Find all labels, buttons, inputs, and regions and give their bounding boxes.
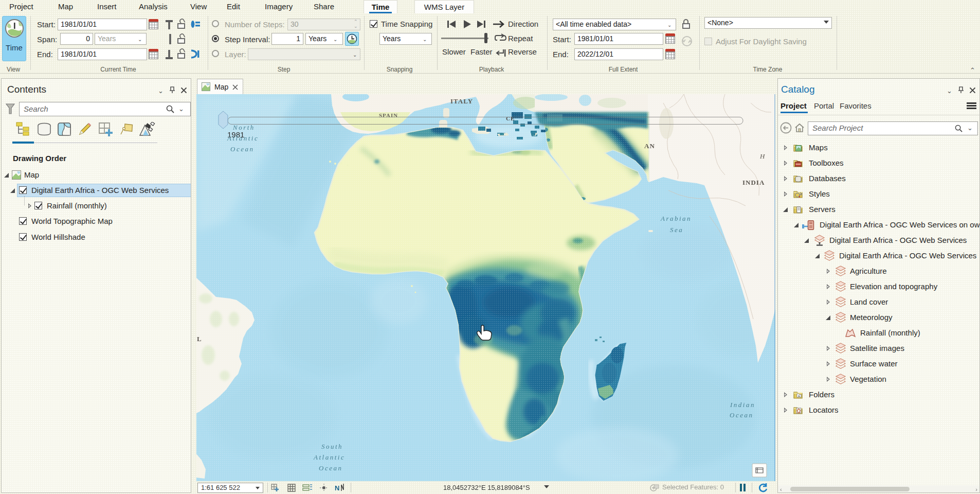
svg-text:Arabian: Arabian: [660, 215, 692, 222]
svg-text:Atlantic: Atlantic: [313, 453, 345, 461]
svg-text:H: H: [759, 152, 765, 160]
svg-text:SPAIN: SPAIN: [379, 112, 398, 118]
svg-text:Sea: Sea: [670, 226, 683, 234]
svg-text:Atlantic: Atlantic: [227, 134, 259, 142]
svg-text:Indian: Indian: [730, 401, 755, 409]
svg-text:AN: AN: [644, 142, 655, 150]
svg-text:INDIA: INDIA: [742, 179, 765, 186]
svg-text:L: L: [197, 335, 202, 343]
svg-text:Ocean: Ocean: [319, 464, 342, 472]
svg-text:South: South: [321, 443, 343, 450]
svg-text:Ocean: Ocean: [230, 145, 254, 153]
svg-text:N: N: [335, 484, 339, 492]
svg-text:Ocean: Ocean: [730, 411, 753, 419]
svg-text:North: North: [232, 123, 255, 131]
svg-text:ITALY: ITALY: [450, 97, 473, 105]
